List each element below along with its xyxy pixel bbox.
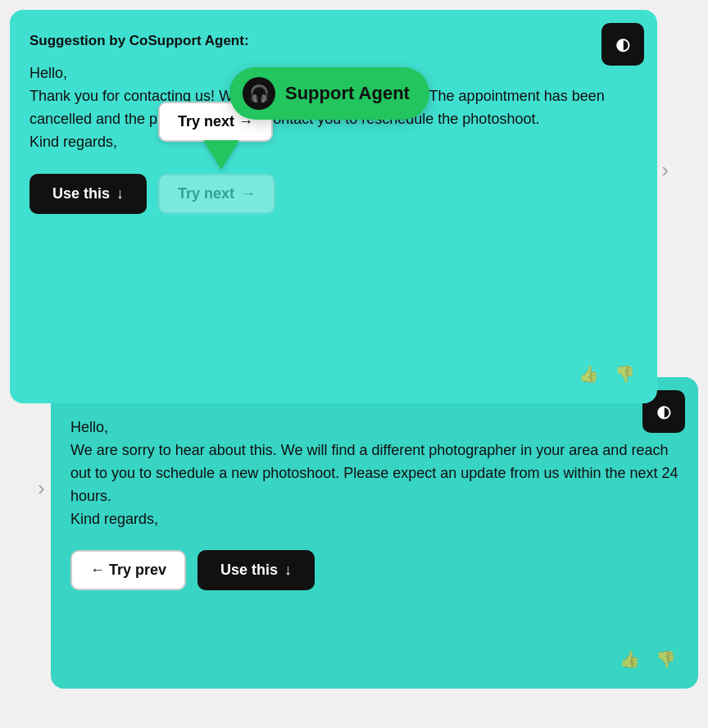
top-buttons-area: Use this ↓ Try next → Try next → — [30, 174, 638, 214]
use-this-button-bottom[interactable]: Use this ↓ — [197, 550, 315, 590]
thumbs-down-icon-top[interactable]: 👎 — [611, 361, 638, 387]
try-next-icon: → — [241, 185, 256, 202]
feedback-icons-bottom: 👍 👎 — [616, 646, 678, 672]
support-agent-badge: 🎧 Support Agent — [229, 67, 429, 120]
try-next-button[interactable]: Try next → — [158, 174, 275, 214]
top-buttons-row: Use this ↓ Try next → Try next → — [30, 174, 638, 214]
chevron-right-icon[interactable]: › — [661, 157, 669, 183]
use-this-icon-bottom: ↓ — [284, 562, 292, 579]
try-prev-label: ← Try prev — [90, 562, 166, 579]
logo-icon-top: ◐ — [615, 34, 629, 54]
support-agent-label: Support Agent — [285, 83, 410, 104]
thumbs-up-icon-top[interactable]: 👍 — [575, 361, 601, 387]
logo-top: ◐ — [601, 23, 644, 66]
feedback-icons-top: 👍 👎 — [575, 361, 638, 387]
try-next-label: Try next — [178, 185, 234, 202]
card-bottom: ◐ › Hello, We are sorry to hear about th… — [51, 377, 698, 689]
headset-icon: 🎧 — [249, 84, 270, 103]
suggestion-label: Suggestion by CoSupport Agent: — [30, 33, 638, 49]
use-this-label-top: Use this — [52, 185, 110, 202]
logo-icon-bottom: ◐ — [656, 402, 670, 421]
try-next-wrapper: Try next → Try next → — [158, 174, 275, 214]
thumbs-down-icon-bottom[interactable]: 👎 — [652, 646, 678, 672]
agent-icon-circle: 🎧 — [243, 77, 275, 110]
try-prev-button[interactable]: ← Try prev — [70, 550, 186, 590]
bottom-buttons-row: ← Try prev Use this ↓ — [70, 550, 678, 590]
use-this-button-top[interactable]: Use this ↓ — [30, 174, 147, 214]
chevron-left-icon[interactable]: › — [38, 475, 45, 501]
use-this-icon-top: ↓ — [116, 185, 124, 202]
use-this-label-bottom: Use this — [220, 562, 278, 579]
bottom-message-body: Hello, We are sorry to hear about this. … — [70, 416, 678, 530]
green-arrow — [203, 142, 239, 170]
thumbs-up-icon-bottom[interactable]: 👍 — [616, 646, 642, 672]
